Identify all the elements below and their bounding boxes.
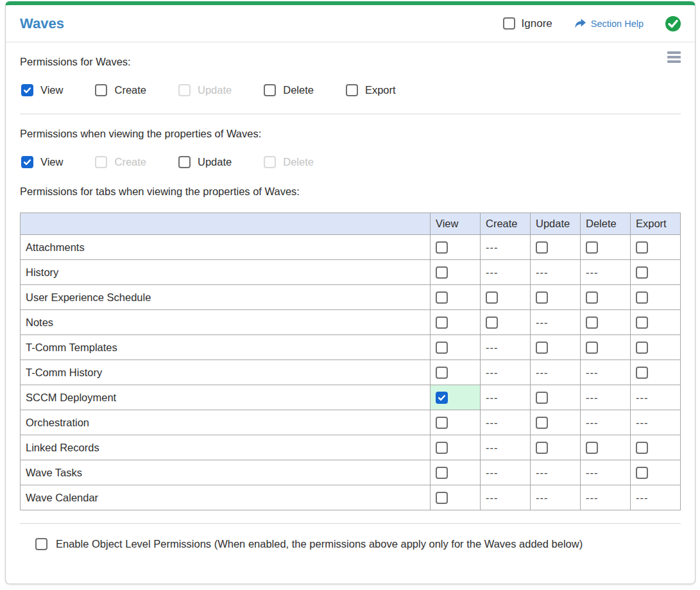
permission-view[interactable]: View xyxy=(21,84,63,96)
not-applicable-cell: --- xyxy=(481,360,531,385)
tab-permission-checkbox[interactable] xyxy=(636,467,648,479)
section-help-link[interactable]: Section Help xyxy=(574,18,644,29)
tab-permission-checkbox[interactable] xyxy=(636,317,648,329)
tab-name-cell: Wave Calendar xyxy=(21,485,431,510)
not-applicable-cell: --- xyxy=(531,460,581,485)
tab-permission-checkbox[interactable] xyxy=(636,442,648,454)
permission-cell xyxy=(531,235,581,260)
permission-delete[interactable]: Delete xyxy=(264,84,314,96)
table-row: Orchestration--------- xyxy=(21,410,681,435)
not-applicable-cell: --- xyxy=(581,360,631,385)
tab-permission-checkbox[interactable] xyxy=(636,266,648,279)
not-applicable-cell: --- xyxy=(581,260,631,285)
tab-permission-checkbox[interactable] xyxy=(436,367,448,379)
waves-section-card: Waves Ignore Section Help Permissions fo… xyxy=(5,1,696,584)
tab-permission-checkbox[interactable] xyxy=(436,241,448,254)
not-applicable-cell: --- xyxy=(481,260,531,285)
tab-name-cell: Notes xyxy=(21,310,431,335)
permission-update[interactable]: Update xyxy=(178,156,232,168)
permission-update: Update xyxy=(178,84,232,96)
tab-permission-checkbox[interactable] xyxy=(536,241,548,254)
permission-cell xyxy=(531,410,581,435)
tab-permission-checkbox[interactable] xyxy=(536,417,548,429)
tab-permission-checkbox[interactable] xyxy=(536,342,548,354)
tab-permission-checkbox[interactable] xyxy=(636,241,648,254)
permission-checkbox xyxy=(264,156,276,168)
tab-permission-checkbox[interactable] xyxy=(636,291,648,304)
permission-checkbox[interactable] xyxy=(178,156,191,168)
permission-cell xyxy=(531,285,581,310)
ignore-checkbox-row[interactable]: Ignore xyxy=(503,17,552,30)
not-applicable-cell: --- xyxy=(531,485,581,510)
tab-permission-checkbox[interactable] xyxy=(536,442,548,454)
table-row: T-Comm Templates--- xyxy=(21,335,681,360)
ignore-checkbox[interactable] xyxy=(503,17,515,30)
tab-permission-checkbox[interactable] xyxy=(436,392,448,404)
permission-cell xyxy=(581,235,631,260)
permission-cell xyxy=(431,235,481,260)
checkmark-icon xyxy=(23,86,31,94)
tab-permission-checkbox[interactable] xyxy=(436,266,448,279)
tab-permission-checkbox[interactable] xyxy=(586,241,598,254)
not-applicable-cell: --- xyxy=(481,235,531,260)
tab-permission-checkbox[interactable] xyxy=(536,392,548,404)
permission-view[interactable]: View xyxy=(21,156,63,168)
column-header-delete: Delete xyxy=(581,213,631,235)
permission-cell xyxy=(631,260,681,285)
permission-label: Delete xyxy=(283,84,314,96)
enable-olp-checkbox[interactable] xyxy=(35,538,47,550)
permission-checkbox[interactable] xyxy=(346,84,358,96)
hamburger-menu-icon[interactable] xyxy=(667,51,681,65)
tab-permission-checkbox[interactable] xyxy=(636,342,648,354)
tab-permission-checkbox[interactable] xyxy=(436,492,448,504)
tab-permission-checkbox[interactable] xyxy=(586,317,598,329)
tab-name-column-header xyxy=(21,213,431,235)
tab-permission-checkbox[interactable] xyxy=(436,442,448,454)
permission-cell xyxy=(481,310,531,335)
properties-checkbox-row: ViewCreateUpdateDelete xyxy=(21,156,679,168)
ignore-label: Ignore xyxy=(522,17,552,30)
not-applicable-cell: --- xyxy=(581,460,631,485)
tab-permission-checkbox[interactable] xyxy=(486,317,498,329)
permission-checkbox[interactable] xyxy=(95,84,107,96)
tab-permission-checkbox[interactable] xyxy=(436,467,448,479)
not-applicable-cell: --- xyxy=(631,410,681,435)
permission-checkbox[interactable] xyxy=(21,156,33,168)
column-header-create: Create xyxy=(481,213,531,235)
permission-cell xyxy=(431,410,481,435)
permission-label: Update xyxy=(198,84,232,96)
permission-cell xyxy=(431,435,481,460)
not-applicable-cell: --- xyxy=(481,410,531,435)
tab-permission-checkbox[interactable] xyxy=(436,342,448,354)
permission-cell xyxy=(581,285,631,310)
permission-label: View xyxy=(40,156,63,168)
permission-cell xyxy=(431,485,481,510)
tab-permission-checkbox[interactable] xyxy=(436,291,448,304)
tab-permission-checkbox[interactable] xyxy=(586,342,598,354)
not-applicable-cell: --- xyxy=(481,435,531,460)
column-header-update: Update xyxy=(531,213,581,235)
permission-label: Export xyxy=(365,84,396,96)
tab-permission-checkbox[interactable] xyxy=(536,291,548,304)
permission-label: Create xyxy=(114,156,146,168)
tab-permission-checkbox[interactable] xyxy=(586,291,598,304)
tab-permission-checkbox[interactable] xyxy=(586,442,598,454)
permission-export[interactable]: Export xyxy=(346,84,396,96)
not-applicable-cell: --- xyxy=(481,485,531,510)
tab-name-cell: Linked Records xyxy=(21,435,431,460)
tab-permissions-table: ViewCreateUpdateDeleteExport Attachments… xyxy=(20,213,681,510)
permission-checkbox[interactable] xyxy=(264,84,276,96)
permission-create[interactable]: Create xyxy=(95,84,146,96)
tab-permission-checkbox[interactable] xyxy=(436,417,448,429)
tabs-permissions-label: Permissions for tabs when viewing the pr… xyxy=(20,186,681,198)
permission-cell xyxy=(431,335,481,360)
tab-permission-checkbox[interactable] xyxy=(436,317,448,329)
permission-checkbox[interactable] xyxy=(21,84,33,96)
enable-olp-label: Enable Object Level Permissions (When en… xyxy=(56,538,583,550)
tab-permission-checkbox[interactable] xyxy=(486,291,498,304)
not-applicable-cell: --- xyxy=(531,310,581,335)
permission-cell xyxy=(431,385,481,410)
tab-permission-checkbox[interactable] xyxy=(636,367,648,379)
enable-olp-row[interactable]: Enable Object Level Permissions (When en… xyxy=(20,524,681,550)
permission-cell xyxy=(531,335,581,360)
